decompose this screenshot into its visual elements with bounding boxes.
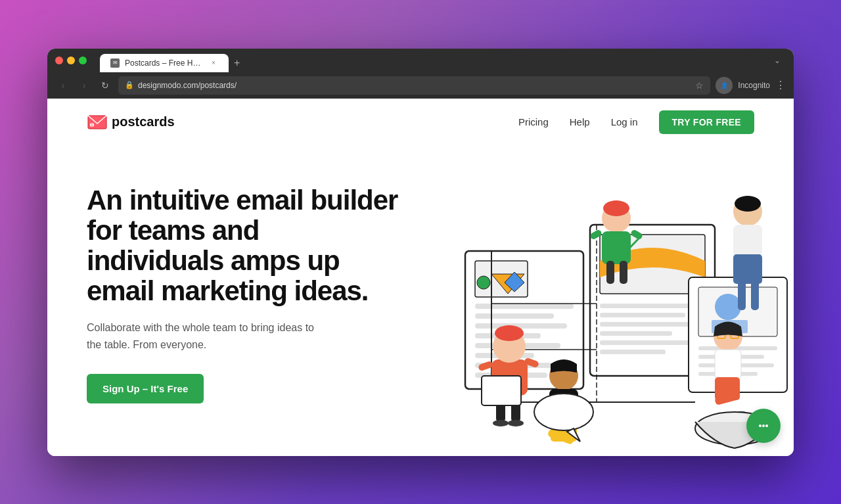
profile-label: 👤 bbox=[721, 82, 728, 89]
logo-icon bbox=[87, 112, 108, 133]
url-bar[interactable]: 🔒 designmodo.com/postcards/ ☆ bbox=[118, 76, 710, 95]
svg-point-39 bbox=[493, 420, 509, 426]
back-button[interactable]: ‹ bbox=[55, 78, 71, 93]
svg-rect-69 bbox=[738, 277, 746, 310]
svg-rect-8 bbox=[475, 304, 574, 309]
refresh-button[interactable]: ↻ bbox=[97, 78, 113, 93]
hero-subtext: Collaborate with the whole team to bring… bbox=[87, 319, 323, 353]
pricing-link[interactable]: Pricing bbox=[518, 116, 549, 127]
site-navigation: postcards Pricing Help Log in TRY FOR FR… bbox=[47, 99, 794, 146]
svg-rect-70 bbox=[751, 277, 759, 310]
fullscreen-window-button[interactable] bbox=[79, 57, 87, 64]
svg-point-7 bbox=[477, 276, 490, 289]
svg-rect-10 bbox=[475, 323, 567, 329]
traffic-lights bbox=[55, 57, 87, 64]
login-link[interactable]: Log in bbox=[611, 116, 638, 127]
tab-close-button[interactable]: × bbox=[209, 58, 218, 68]
lock-icon: 🔒 bbox=[125, 81, 134, 89]
url-text: designmodo.com/postcards/ bbox=[138, 81, 237, 90]
svg-rect-67 bbox=[733, 225, 762, 258]
svg-point-77 bbox=[765, 424, 768, 427]
minimize-window-button[interactable] bbox=[67, 57, 75, 64]
try-for-free-button[interactable]: TRY FOR FREE bbox=[659, 110, 755, 134]
svg-rect-53 bbox=[620, 261, 627, 284]
svg-point-76 bbox=[762, 424, 765, 427]
svg-point-72 bbox=[534, 394, 593, 430]
svg-point-45 bbox=[495, 325, 524, 341]
logo-text: postcards bbox=[112, 114, 175, 129]
profile-name: Incognito bbox=[738, 81, 770, 90]
addressbar: ‹ › ↻ 🔒 designmodo.com/postcards/ ☆ 👤 In… bbox=[47, 72, 794, 99]
svg-rect-9 bbox=[475, 313, 554, 319]
titlebar: ✉ Postcards – Free HTML Email × + ⌄ bbox=[47, 49, 794, 72]
svg-point-66 bbox=[735, 196, 761, 212]
svg-rect-19 bbox=[600, 313, 685, 317]
chat-bubble-button[interactable] bbox=[746, 409, 781, 443]
tab-favicon: ✉ bbox=[110, 58, 120, 68]
svg-rect-23 bbox=[600, 350, 666, 354]
tab-menu-button[interactable]: ⌄ bbox=[769, 53, 786, 68]
website-content: postcards Pricing Help Log in TRY FOR FR… bbox=[47, 99, 794, 456]
tab-title: Postcards – Free HTML Email bbox=[125, 58, 204, 68]
hero-section: An intuitive email builder for teams and… bbox=[47, 146, 794, 456]
site-logo[interactable]: postcards bbox=[87, 112, 175, 133]
browser-menu-button[interactable]: ⋮ bbox=[775, 79, 786, 91]
hero-illustration bbox=[413, 146, 794, 456]
new-tab-button[interactable]: + bbox=[229, 54, 245, 72]
hero-headline: An intuitive email builder for teams and… bbox=[87, 185, 402, 307]
svg-point-26 bbox=[715, 294, 741, 320]
svg-point-75 bbox=[759, 424, 761, 427]
active-tab[interactable]: ✉ Postcards – Free HTML Email × bbox=[100, 54, 229, 72]
nav-links: Pricing Help Log in TRY FOR FREE bbox=[518, 110, 754, 134]
profile-button[interactable]: 👤 bbox=[716, 77, 733, 94]
chat-icon bbox=[755, 417, 772, 434]
svg-rect-20 bbox=[600, 322, 698, 327]
svg-rect-49 bbox=[602, 231, 631, 264]
svg-rect-52 bbox=[606, 261, 614, 284]
svg-rect-57 bbox=[715, 350, 741, 379]
help-link[interactable]: Help bbox=[570, 116, 590, 127]
hero-text-block: An intuitive email builder for teams and… bbox=[87, 172, 402, 404]
svg-rect-21 bbox=[600, 331, 672, 336]
svg-rect-46 bbox=[482, 376, 521, 405]
team-illustration bbox=[413, 146, 794, 456]
browser-window: ✉ Postcards – Free HTML Email × + ⌄ ‹ › … bbox=[47, 49, 794, 456]
bookmark-icon[interactable]: ☆ bbox=[695, 80, 704, 91]
close-window-button[interactable] bbox=[55, 57, 63, 64]
svg-point-40 bbox=[508, 420, 524, 426]
signup-button[interactable]: Sign Up – It's Free bbox=[87, 374, 204, 403]
svg-rect-22 bbox=[600, 340, 695, 345]
forward-button[interactable]: › bbox=[76, 78, 92, 93]
svg-point-48 bbox=[603, 200, 629, 216]
